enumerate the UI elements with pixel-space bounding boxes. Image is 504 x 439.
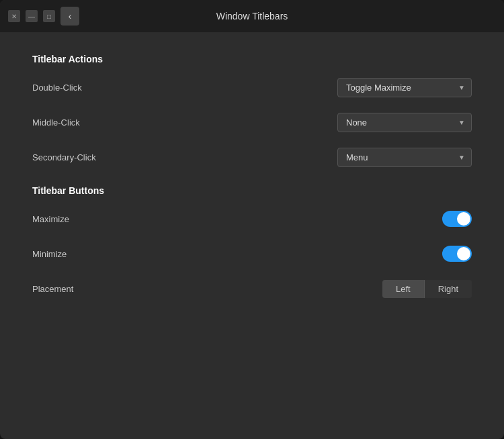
titlebar-buttons-title: Titlebar Buttons (32, 185, 472, 196)
middle-click-label: Middle-Click (32, 117, 80, 128)
double-click-label: Double-Click (32, 83, 82, 93)
secondary-click-label: Secondary-Click (32, 152, 96, 162)
secondary-click-row: Secondary-Click Menu None Toggle Maximiz… (32, 145, 472, 169)
maximize-thumb (457, 212, 470, 226)
middle-click-row: Middle-Click None Toggle Maximize Close (32, 110, 472, 134)
placement-button-group: Left Right (382, 280, 472, 298)
maximize-button[interactable]: □ (43, 10, 55, 22)
secondary-click-dropdown-wrapper: Menu None Toggle Maximize (337, 148, 472, 167)
minimize-button[interactable]: — (26, 10, 38, 22)
double-click-dropdown-wrapper: Toggle Maximize Toggle Shade None (337, 78, 472, 97)
window: ✕ — □ ‹ Window Titlebars Titlebar Action… (0, 0, 504, 439)
minimize-thumb (457, 247, 470, 260)
close-button[interactable]: ✕ (8, 10, 20, 22)
double-click-row: Double-Click Toggle Maximize Toggle Shad… (32, 75, 472, 99)
placement-left-button[interactable]: Left (382, 280, 424, 298)
minimize-toggle[interactable] (442, 246, 472, 262)
minimize-label: Minimize (32, 249, 67, 259)
placement-row: Placement Left Right (32, 277, 472, 301)
back-button[interactable]: ‹ (60, 7, 79, 26)
placement-right-button[interactable]: Right (424, 280, 472, 298)
titlebar-actions-title: Titlebar Actions (32, 54, 472, 64)
middle-click-dropdown-wrapper: None Toggle Maximize Close (337, 113, 472, 132)
placement-label: Placement (32, 284, 73, 294)
middle-click-dropdown[interactable]: None Toggle Maximize Close (337, 113, 472, 132)
maximize-label: Maximize (32, 214, 69, 224)
double-click-dropdown[interactable]: Toggle Maximize Toggle Shade None (337, 78, 472, 97)
window-title: Window Titlebars (216, 11, 288, 21)
main-content: Titlebar Actions Double-Click Toggle Max… (0, 32, 504, 439)
secondary-click-dropdown[interactable]: Menu None Toggle Maximize (337, 148, 472, 167)
titlebar: ✕ — □ ‹ Window Titlebars (0, 0, 504, 32)
titlebar-actions-section: Titlebar Actions Double-Click Toggle Max… (32, 54, 472, 169)
maximize-toggle[interactable] (442, 211, 472, 227)
window-controls: ✕ — □ ‹ (8, 7, 79, 26)
minimize-row: Minimize (32, 242, 472, 266)
maximize-row: Maximize (32, 207, 472, 231)
titlebar-buttons-section: Titlebar Buttons Maximize Minimize (32, 185, 472, 301)
